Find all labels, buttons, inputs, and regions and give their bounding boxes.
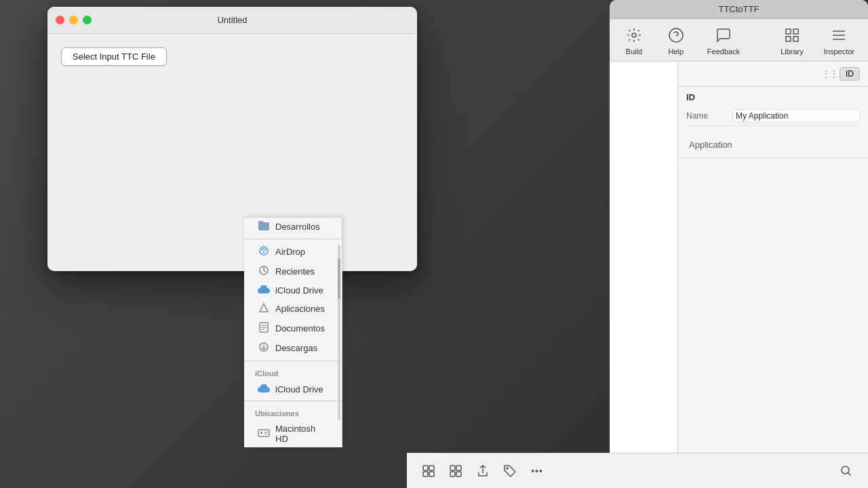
feedback-icon xyxy=(713,24,734,46)
inspector-section-id-title: ID xyxy=(686,92,860,102)
sidebar-divider-3 xyxy=(244,401,342,401)
sidebar-item-icloud-drive-2[interactable]: iCloud Drive xyxy=(247,380,339,398)
svg-rect-15 xyxy=(450,472,455,476)
fg-titlebar: Untitled xyxy=(47,7,417,34)
share-button[interactable] xyxy=(472,460,494,482)
build-icon xyxy=(623,24,645,46)
sidebar-scrollbar-thumb xyxy=(338,258,340,299)
svg-point-1 xyxy=(669,28,683,42)
sidebar-item-aplicaciones[interactable]: Aplicaciones xyxy=(247,299,339,319)
descargas-icon xyxy=(258,342,270,354)
app-section-label: Application xyxy=(678,131,868,159)
inspector-label: Inspector xyxy=(824,47,854,56)
application-label: Application xyxy=(689,140,732,150)
documentos-icon xyxy=(258,322,270,335)
inspector-view-controls: ⋮⋮ ID xyxy=(823,67,860,81)
documentos-label: Documentos xyxy=(275,323,325,333)
sidebar-divider-2 xyxy=(244,361,342,361)
select-input-ttc-button[interactable]: Select Input TTC File xyxy=(61,47,167,66)
close-button[interactable] xyxy=(56,16,64,24)
sidebar-item-descargas[interactable]: Descargas xyxy=(247,338,339,358)
inspector-name-label: Name xyxy=(686,111,727,121)
inspector-icon xyxy=(828,24,850,46)
airdrop-icon xyxy=(258,245,270,258)
bg-app-toolbar: Build Help Feedback xyxy=(610,19,868,62)
icloud-drive-icon xyxy=(258,285,270,296)
icloud-section-label: iCloud xyxy=(244,364,342,380)
build-toolbar-item[interactable]: Build xyxy=(623,24,645,56)
svg-rect-2 xyxy=(786,29,791,34)
svg-rect-24 xyxy=(258,430,269,436)
icloud-drive-2-icon xyxy=(258,384,270,394)
untitled-window: Untitled Select Input TTC File xyxy=(47,7,417,271)
svg-point-18 xyxy=(842,466,849,474)
help-toolbar-item[interactable]: Help xyxy=(665,24,687,56)
folder-icon xyxy=(258,221,270,232)
fg-window-title: Untitled xyxy=(217,15,247,25)
svg-rect-25 xyxy=(260,432,262,434)
svg-point-17 xyxy=(507,468,508,469)
svg-rect-12 xyxy=(429,472,434,476)
svg-rect-5 xyxy=(793,37,798,41)
inspector-id-section: ID Name My Application xyxy=(678,87,868,131)
bg-app-content: ⋮⋮ ID ID Name My Application Application xyxy=(610,62,868,488)
sidebar-item-recientes[interactable]: Recientes xyxy=(247,262,339,281)
inspector-toolbar: ⋮⋮ ID xyxy=(678,62,868,87)
svg-rect-11 xyxy=(423,472,428,476)
svg-rect-14 xyxy=(456,466,461,470)
inspector-id-button[interactable]: ID xyxy=(840,67,860,81)
library-label: Library xyxy=(781,47,804,56)
svg-point-20 xyxy=(263,251,265,253)
window-controls xyxy=(56,16,92,24)
library-toolbar-item[interactable]: Library xyxy=(781,24,804,56)
svg-rect-13 xyxy=(450,466,455,470)
list-view-button[interactable] xyxy=(445,460,467,482)
bg-app-title: TTCtoTTF xyxy=(718,4,759,14)
macintosh-hd-icon xyxy=(258,428,270,440)
tag-button[interactable] xyxy=(499,460,521,482)
svg-rect-16 xyxy=(456,472,461,476)
help-label: Help xyxy=(669,47,684,56)
inspector-name-value[interactable]: My Application xyxy=(732,109,860,123)
icloud-drive-label: iCloud Drive xyxy=(275,285,323,296)
search-button[interactable] xyxy=(835,460,857,482)
ubicaciones-section-label: Ubicaciones xyxy=(244,404,342,420)
sidebar-divider-1 xyxy=(244,239,342,239)
bottom-toolbar: ••• xyxy=(407,453,868,488)
inspector-toolbar-item[interactable]: Inspector xyxy=(824,24,854,56)
sidebar-scrollbar[interactable] xyxy=(338,245,340,420)
descargas-label: Descargas xyxy=(275,343,317,353)
sidebar-item-desarrollos[interactable]: Desarrollos xyxy=(247,218,339,236)
inspector-panel: ⋮⋮ ID ID Name My Application Application xyxy=(678,62,868,488)
minimize-button[interactable] xyxy=(69,16,78,24)
help-icon xyxy=(665,24,687,46)
fg-content: Select Input TTC File xyxy=(47,34,417,79)
recientes-label: Recientes xyxy=(275,266,315,277)
desarrollos-label: Desarrollos xyxy=(275,222,320,232)
svg-rect-10 xyxy=(429,466,434,470)
bg-app-main xyxy=(610,62,678,488)
grid-view-button[interactable] xyxy=(418,460,439,482)
sidebar-item-icloud-drive[interactable]: iCloud Drive xyxy=(247,281,339,299)
recientes-icon xyxy=(258,265,270,278)
sidebar-item-airdrop[interactable]: AirDrop xyxy=(247,242,339,262)
inspector-name-row: Name My Application xyxy=(686,106,860,126)
airdrop-label: AirDrop xyxy=(275,247,305,257)
aplicaciones-icon xyxy=(258,302,270,315)
svg-rect-3 xyxy=(793,29,798,34)
more-button[interactable]: ••• xyxy=(526,460,548,482)
maximize-button[interactable] xyxy=(83,16,92,24)
sidebar-item-macintosh-hd[interactable]: Macintosh HD xyxy=(247,420,339,447)
sidebar-panel: Desarrollos AirDrop Recientes xyxy=(244,217,342,447)
sidebar-item-documentos[interactable]: Documentos xyxy=(247,319,339,338)
macintosh-hd-label: Macintosh HD xyxy=(275,424,328,444)
feedback-label: Feedback xyxy=(707,47,740,56)
library-icon xyxy=(781,24,803,46)
icloud-drive-2-label: iCloud Drive xyxy=(275,384,323,394)
svg-rect-4 xyxy=(786,37,791,41)
aplicaciones-label: Aplicaciones xyxy=(275,304,325,314)
feedback-toolbar-item[interactable]: Feedback xyxy=(707,24,740,56)
build-label: Build xyxy=(626,47,642,56)
svg-rect-9 xyxy=(423,466,428,470)
svg-point-19 xyxy=(260,247,268,255)
